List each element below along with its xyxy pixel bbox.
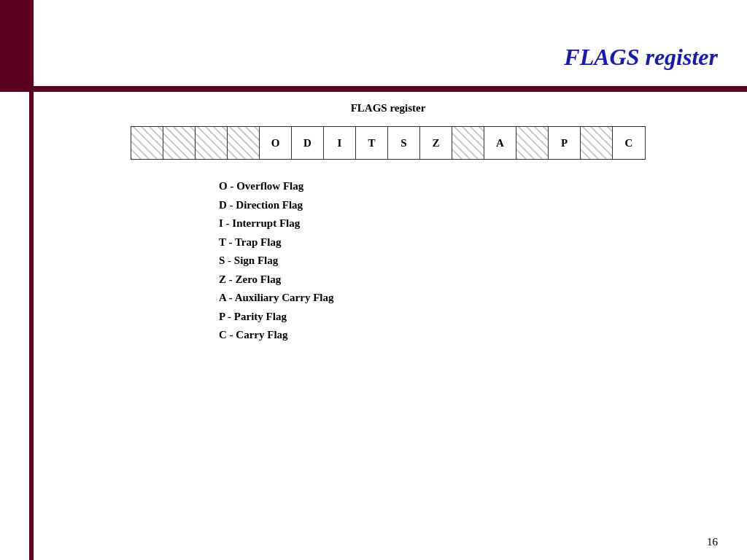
flag-item: D - Direction Flag [219, 196, 718, 215]
register-cell-unused [228, 127, 260, 159]
register-cell-z: Z [420, 127, 452, 159]
register-cell-unused [196, 127, 228, 159]
flag-item: O - Overflow Flag [219, 177, 718, 196]
register-cell-a: A [484, 127, 516, 159]
register-cell-i: I [324, 127, 356, 159]
register-cell-unused [131, 127, 163, 159]
register-cells: ODITSZAPC [131, 126, 646, 160]
left-bar-decoration [29, 0, 34, 560]
register-cell-unused [516, 127, 549, 159]
register-diagram: ODITSZAPC [58, 126, 718, 160]
flag-item: S - Sign Flag [219, 252, 718, 271]
top-bar-decoration [0, 86, 747, 92]
register-cell-o: O [260, 127, 292, 159]
flag-item: C - Carry Flag [219, 326, 718, 345]
register-cell-t: T [356, 127, 388, 159]
flag-item: Z - Zero Flag [219, 271, 718, 289]
page-number: 16 [707, 536, 718, 548]
register-cell-unused [163, 127, 196, 159]
flag-list: O - Overflow FlagD - Direction FlagI - I… [219, 177, 718, 345]
register-label: FLAGS register [58, 102, 718, 114]
flag-item: P - Parity Flag [219, 308, 718, 327]
flag-item: I - Interrupt Flag [219, 214, 718, 233]
register-cell-s: S [388, 127, 420, 159]
register-cell-d: D [292, 127, 324, 159]
register-cell-unused [581, 127, 613, 159]
main-content: FLAGS register ODITSZAPC O - Overflow Fl… [58, 102, 718, 531]
page-title: FLAGS register [564, 44, 718, 71]
flag-item: A - Auxiliary Carry Flag [219, 289, 718, 308]
register-cell-unused [452, 127, 484, 159]
register-cell-p: P [549, 127, 581, 159]
flag-item: T - Trap Flag [219, 233, 718, 252]
register-cell-c: C [613, 127, 645, 159]
